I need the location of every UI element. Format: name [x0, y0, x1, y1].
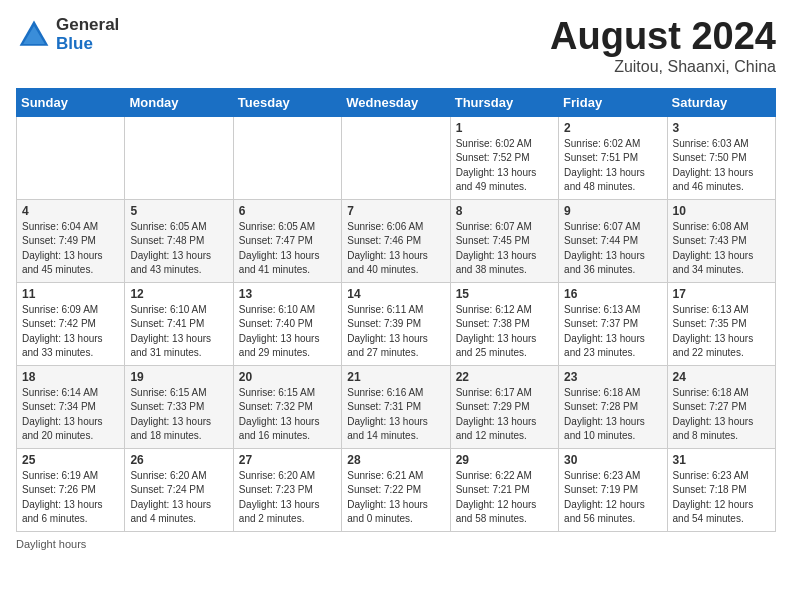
weekday-header-row: SundayMondayTuesdayWednesdayThursdayFrid…	[17, 88, 776, 116]
day-number: 31	[673, 453, 770, 467]
day-number: 4	[22, 204, 119, 218]
day-number: 23	[564, 370, 661, 384]
day-detail: Sunrise: 6:02 AM Sunset: 7:51 PM Dayligh…	[564, 137, 661, 195]
day-detail: Sunrise: 6:10 AM Sunset: 7:40 PM Dayligh…	[239, 303, 336, 361]
day-detail: Sunrise: 6:18 AM Sunset: 7:27 PM Dayligh…	[673, 386, 770, 444]
day-detail: Sunrise: 6:21 AM Sunset: 7:22 PM Dayligh…	[347, 469, 444, 527]
day-detail: Sunrise: 6:17 AM Sunset: 7:29 PM Dayligh…	[456, 386, 553, 444]
day-detail: Sunrise: 6:04 AM Sunset: 7:49 PM Dayligh…	[22, 220, 119, 278]
calendar-cell	[17, 116, 125, 199]
calendar-cell: 4Sunrise: 6:04 AM Sunset: 7:49 PM Daylig…	[17, 199, 125, 282]
day-number: 30	[564, 453, 661, 467]
calendar-week-4: 18Sunrise: 6:14 AM Sunset: 7:34 PM Dayli…	[17, 365, 776, 448]
day-detail: Sunrise: 6:12 AM Sunset: 7:38 PM Dayligh…	[456, 303, 553, 361]
day-number: 7	[347, 204, 444, 218]
calendar-cell: 30Sunrise: 6:23 AM Sunset: 7:19 PM Dayli…	[559, 448, 667, 531]
day-detail: Sunrise: 6:13 AM Sunset: 7:35 PM Dayligh…	[673, 303, 770, 361]
day-detail: Sunrise: 6:20 AM Sunset: 7:24 PM Dayligh…	[130, 469, 227, 527]
day-detail: Sunrise: 6:19 AM Sunset: 7:26 PM Dayligh…	[22, 469, 119, 527]
day-detail: Sunrise: 6:06 AM Sunset: 7:46 PM Dayligh…	[347, 220, 444, 278]
day-number: 9	[564, 204, 661, 218]
day-number: 3	[673, 121, 770, 135]
weekday-header-tuesday: Tuesday	[233, 88, 341, 116]
calendar-cell: 6Sunrise: 6:05 AM Sunset: 7:47 PM Daylig…	[233, 199, 341, 282]
logo: General Blue	[16, 16, 119, 53]
day-detail: Sunrise: 6:20 AM Sunset: 7:23 PM Dayligh…	[239, 469, 336, 527]
day-number: 27	[239, 453, 336, 467]
weekday-header-wednesday: Wednesday	[342, 88, 450, 116]
day-detail: Sunrise: 6:02 AM Sunset: 7:52 PM Dayligh…	[456, 137, 553, 195]
logo-general-text: General	[56, 16, 119, 35]
weekday-header-saturday: Saturday	[667, 88, 775, 116]
page-header: General Blue August 2024 Zuitou, Shaanxi…	[16, 16, 776, 76]
calendar-cell: 5Sunrise: 6:05 AM Sunset: 7:48 PM Daylig…	[125, 199, 233, 282]
day-number: 28	[347, 453, 444, 467]
calendar-cell: 26Sunrise: 6:20 AM Sunset: 7:24 PM Dayli…	[125, 448, 233, 531]
calendar-cell	[342, 116, 450, 199]
calendar-cell: 16Sunrise: 6:13 AM Sunset: 7:37 PM Dayli…	[559, 282, 667, 365]
calendar-cell: 3Sunrise: 6:03 AM Sunset: 7:50 PM Daylig…	[667, 116, 775, 199]
day-detail: Sunrise: 6:18 AM Sunset: 7:28 PM Dayligh…	[564, 386, 661, 444]
day-number: 17	[673, 287, 770, 301]
day-detail: Sunrise: 6:05 AM Sunset: 7:47 PM Dayligh…	[239, 220, 336, 278]
weekday-header-monday: Monday	[125, 88, 233, 116]
day-number: 21	[347, 370, 444, 384]
day-number: 13	[239, 287, 336, 301]
logo-icon	[16, 17, 52, 53]
day-number: 20	[239, 370, 336, 384]
day-detail: Sunrise: 6:14 AM Sunset: 7:34 PM Dayligh…	[22, 386, 119, 444]
day-number: 12	[130, 287, 227, 301]
calendar-cell: 18Sunrise: 6:14 AM Sunset: 7:34 PM Dayli…	[17, 365, 125, 448]
day-detail: Sunrise: 6:09 AM Sunset: 7:42 PM Dayligh…	[22, 303, 119, 361]
logo-blue-text: Blue	[56, 35, 119, 54]
day-detail: Sunrise: 6:15 AM Sunset: 7:33 PM Dayligh…	[130, 386, 227, 444]
calendar-week-2: 4Sunrise: 6:04 AM Sunset: 7:49 PM Daylig…	[17, 199, 776, 282]
day-number: 10	[673, 204, 770, 218]
weekday-header-sunday: Sunday	[17, 88, 125, 116]
day-detail: Sunrise: 6:16 AM Sunset: 7:31 PM Dayligh…	[347, 386, 444, 444]
day-number: 14	[347, 287, 444, 301]
day-number: 25	[22, 453, 119, 467]
day-detail: Sunrise: 6:03 AM Sunset: 7:50 PM Dayligh…	[673, 137, 770, 195]
calendar-cell: 7Sunrise: 6:06 AM Sunset: 7:46 PM Daylig…	[342, 199, 450, 282]
weekday-header-thursday: Thursday	[450, 88, 558, 116]
day-detail: Sunrise: 6:10 AM Sunset: 7:41 PM Dayligh…	[130, 303, 227, 361]
calendar-table: SundayMondayTuesdayWednesdayThursdayFrid…	[16, 88, 776, 532]
calendar-cell: 19Sunrise: 6:15 AM Sunset: 7:33 PM Dayli…	[125, 365, 233, 448]
calendar-cell: 29Sunrise: 6:22 AM Sunset: 7:21 PM Dayli…	[450, 448, 558, 531]
calendar-title: August 2024	[550, 16, 776, 58]
calendar-cell: 20Sunrise: 6:15 AM Sunset: 7:32 PM Dayli…	[233, 365, 341, 448]
day-number: 18	[22, 370, 119, 384]
calendar-cell: 23Sunrise: 6:18 AM Sunset: 7:28 PM Dayli…	[559, 365, 667, 448]
title-block: August 2024 Zuitou, Shaanxi, China	[550, 16, 776, 76]
day-number: 19	[130, 370, 227, 384]
calendar-cell: 31Sunrise: 6:23 AM Sunset: 7:18 PM Dayli…	[667, 448, 775, 531]
calendar-cell: 24Sunrise: 6:18 AM Sunset: 7:27 PM Dayli…	[667, 365, 775, 448]
calendar-cell: 28Sunrise: 6:21 AM Sunset: 7:22 PM Dayli…	[342, 448, 450, 531]
calendar-cell: 12Sunrise: 6:10 AM Sunset: 7:41 PM Dayli…	[125, 282, 233, 365]
day-number: 24	[673, 370, 770, 384]
calendar-cell: 13Sunrise: 6:10 AM Sunset: 7:40 PM Dayli…	[233, 282, 341, 365]
day-detail: Sunrise: 6:07 AM Sunset: 7:44 PM Dayligh…	[564, 220, 661, 278]
day-detail: Sunrise: 6:22 AM Sunset: 7:21 PM Dayligh…	[456, 469, 553, 527]
day-number: 1	[456, 121, 553, 135]
day-number: 29	[456, 453, 553, 467]
day-number: 5	[130, 204, 227, 218]
calendar-cell: 22Sunrise: 6:17 AM Sunset: 7:29 PM Dayli…	[450, 365, 558, 448]
calendar-location: Zuitou, Shaanxi, China	[550, 58, 776, 76]
day-detail: Sunrise: 6:08 AM Sunset: 7:43 PM Dayligh…	[673, 220, 770, 278]
calendar-cell: 2Sunrise: 6:02 AM Sunset: 7:51 PM Daylig…	[559, 116, 667, 199]
day-number: 11	[22, 287, 119, 301]
calendar-cell	[233, 116, 341, 199]
calendar-cell: 8Sunrise: 6:07 AM Sunset: 7:45 PM Daylig…	[450, 199, 558, 282]
calendar-cell: 9Sunrise: 6:07 AM Sunset: 7:44 PM Daylig…	[559, 199, 667, 282]
day-number: 16	[564, 287, 661, 301]
calendar-cell	[125, 116, 233, 199]
calendar-cell: 21Sunrise: 6:16 AM Sunset: 7:31 PM Dayli…	[342, 365, 450, 448]
day-number: 22	[456, 370, 553, 384]
daylight-label: Daylight hours	[16, 538, 86, 550]
weekday-header-friday: Friday	[559, 88, 667, 116]
calendar-cell: 1Sunrise: 6:02 AM Sunset: 7:52 PM Daylig…	[450, 116, 558, 199]
day-number: 6	[239, 204, 336, 218]
day-detail: Sunrise: 6:23 AM Sunset: 7:18 PM Dayligh…	[673, 469, 770, 527]
